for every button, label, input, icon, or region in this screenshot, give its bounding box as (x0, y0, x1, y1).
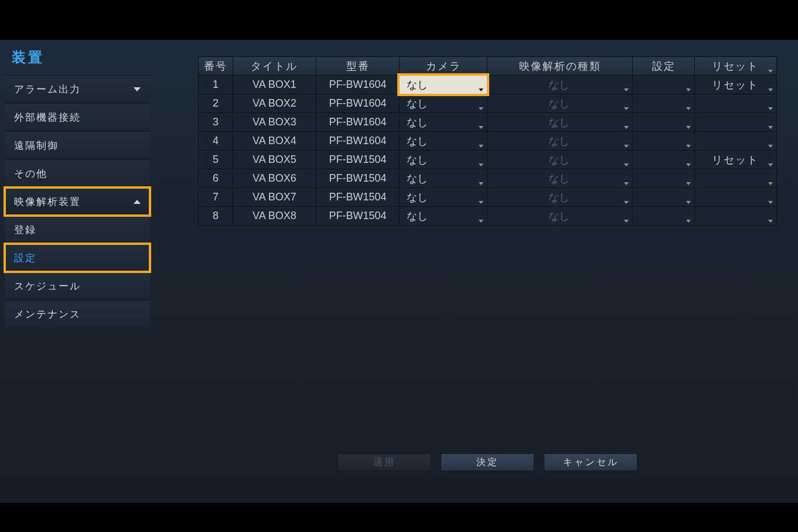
camera-dropdown[interactable]: なし (400, 151, 487, 169)
analysis-type-dropdown[interactable]: なし (487, 76, 632, 94)
ok-button[interactable]: 決定 (441, 453, 534, 471)
camera-dropdown[interactable]: なし (400, 207, 487, 225)
chevron-down-icon (768, 201, 773, 204)
chevron-down-icon (479, 220, 483, 223)
chevron-down-icon (624, 163, 629, 166)
settings-button[interactable] (633, 169, 694, 187)
camera-dropdown[interactable]: なし (400, 132, 487, 150)
chevron-down-icon (479, 163, 483, 166)
sidebar-item-video-analysis-device[interactable]: 映像解析装置 (5, 187, 150, 216)
chevron-down-icon (768, 107, 773, 110)
reset-button (695, 169, 776, 187)
analysis-type-dropdown[interactable]: なし (487, 132, 632, 150)
sidebar-item-label: その他 (14, 167, 47, 180)
settings-button[interactable] (633, 113, 694, 131)
chevron-down-icon (768, 182, 773, 185)
cell-no: 7 (199, 188, 233, 207)
analysis-type-value: なし (548, 97, 569, 111)
reset-button (695, 188, 776, 206)
chevron-down-icon (134, 87, 141, 91)
camera-value: なし (407, 190, 428, 204)
sidebar-item-label: アラーム出力 (14, 83, 81, 96)
col-header-camera: カメラ (400, 57, 487, 76)
chevron-down-icon (479, 88, 483, 91)
camera-value: なし (407, 172, 428, 186)
reset-button (695, 132, 776, 150)
chevron-down-icon (686, 220, 691, 223)
settings-button[interactable] (633, 207, 694, 225)
camera-dropdown[interactable]: なし (400, 94, 487, 112)
settings-button[interactable] (633, 132, 694, 150)
camera-dropdown[interactable]: なし (400, 76, 487, 94)
camera-dropdown[interactable]: なし (400, 188, 487, 206)
chevron-down-icon (624, 201, 629, 204)
settings-button[interactable] (633, 76, 694, 94)
reset-label: リセット (712, 78, 759, 92)
analysis-type-value: なし (548, 134, 569, 148)
camera-value: なし (407, 115, 428, 129)
chevron-down-icon (624, 145, 629, 148)
sidebar-item-register[interactable]: 登録 (5, 216, 150, 244)
chevron-down-icon (624, 126, 629, 129)
sidebar-item-settings[interactable]: 設定 (5, 244, 150, 272)
table-row: 7VA BOX7PF-BW1504なしなし (199, 188, 777, 207)
sidebar-item-remote-control[interactable]: 遠隔制御 (5, 131, 150, 159)
cell-no: 6 (199, 169, 233, 188)
table-row: 2VA BOX2PF-BW1604なしなし (199, 94, 777, 113)
main-panel: 番号 タイトル 型番 カメラ 映像解析の種類 設定 リセット 1VA BOX1P… (198, 56, 777, 226)
col-header-settings: 設定 (633, 57, 695, 76)
cell-title: VA BOX3 (233, 113, 316, 132)
cell-title: VA BOX6 (233, 169, 316, 188)
analysis-type-value: なし (548, 190, 569, 204)
analysis-type-dropdown[interactable]: なし (487, 207, 632, 225)
cell-model: PF-BW1504 (316, 188, 400, 207)
reset-button[interactable]: リセット (695, 151, 776, 169)
cell-no: 4 (199, 132, 233, 151)
chevron-down-icon (624, 220, 629, 223)
cell-model: PF-BW1604 (316, 76, 400, 94)
settings-button[interactable] (633, 94, 694, 112)
cell-title: VA BOX5 (233, 151, 316, 169)
chevron-down-icon (479, 182, 483, 185)
sidebar: 装置 アラーム出力 外部機器接続 遠隔制御 その他 映像解析装置 登録 設定 ス… (5, 46, 150, 328)
analysis-type-dropdown[interactable]: なし (487, 151, 632, 169)
chevron-down-icon (768, 220, 773, 223)
sidebar-item-schedule[interactable]: スケジュール (5, 272, 150, 300)
sidebar-item-alarm-output[interactable]: アラーム出力 (5, 75, 150, 103)
sidebar-item-label: 外部機器接続 (14, 111, 81, 124)
va-box-table: 番号 タイトル 型番 カメラ 映像解析の種類 設定 リセット 1VA BOX1P… (198, 56, 777, 226)
cancel-button[interactable]: キャンセル (544, 453, 637, 471)
reset-button (695, 207, 776, 225)
chevron-down-icon (686, 145, 691, 148)
reset-button (695, 113, 776, 131)
reset-button[interactable]: リセット (695, 76, 776, 94)
analysis-type-value: なし (548, 172, 569, 186)
sidebar-item-maintenance[interactable]: メンテナンス (5, 300, 150, 328)
col-header-no: 番号 (199, 57, 233, 76)
analysis-type-dropdown[interactable]: なし (487, 94, 632, 112)
cell-model: PF-BW1504 (316, 151, 400, 169)
settings-button[interactable] (633, 151, 694, 169)
camera-dropdown[interactable]: なし (400, 169, 487, 187)
col-header-title: タイトル (233, 57, 316, 76)
chevron-down-icon (686, 88, 691, 91)
analysis-type-dropdown[interactable]: なし (487, 113, 632, 131)
settings-button[interactable] (633, 188, 694, 206)
analysis-type-value: なし (548, 153, 569, 167)
cell-no: 1 (199, 76, 233, 94)
chevron-up-icon (134, 200, 141, 204)
chevron-down-icon (768, 88, 773, 91)
camera-dropdown[interactable]: なし (400, 113, 487, 131)
sidebar-item-other[interactable]: その他 (5, 159, 150, 187)
analysis-type-dropdown[interactable]: なし (487, 188, 632, 206)
reset-label: リセット (712, 153, 759, 167)
chevron-down-icon (479, 126, 483, 129)
col-header-type: 映像解析の種類 (487, 57, 633, 76)
table-row: 6VA BOX6PF-BW1504なしなし (199, 169, 777, 188)
app-window: 装置 アラーム出力 外部機器接続 遠隔制御 その他 映像解析装置 登録 設定 ス… (0, 40, 798, 503)
cell-title: VA BOX7 (233, 188, 316, 207)
analysis-type-dropdown[interactable]: なし (487, 169, 632, 187)
cell-model: PF-BW1504 (316, 207, 400, 226)
sidebar-item-external-device[interactable]: 外部機器接続 (5, 103, 150, 131)
chevron-down-icon (686, 126, 691, 129)
